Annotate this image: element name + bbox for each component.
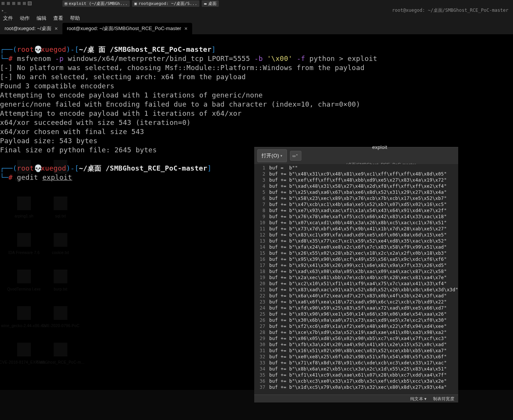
task-square-active — [28, 2, 31, 5]
close-icon[interactable]: ✕ — [54, 26, 58, 31]
output-line: [-] No arch selected, selecting arch: x6… — [0, 73, 246, 81]
output-line: [-] No platform was selected, choosing M… — [0, 64, 365, 72]
tab-width-label[interactable]: 制表符宽度 — [433, 394, 455, 403]
terminal-tab-bar[interactable]: root@xuegod: ~/桌面✕ root@xuegod: ~/桌面/SMB… — [0, 23, 513, 34]
chevron-down-icon: ▾ — [280, 151, 282, 160]
new-doc-icon: ▭⁺ — [293, 151, 298, 160]
terminal-body[interactable]: ┌──(root💀xuegod)-[~/桌 面 /SMBGhost_RCE_Po… — [0, 34, 513, 390]
gedit-header: 打开(O)▾ ▭⁺ exploit ~/桌面/SMBGhost_RCE_PoC-… — [254, 147, 458, 164]
terminal-tab[interactable]: root@xuegod: ~/桌面✕ — [0, 23, 62, 34]
syntax-mode[interactable]: 纯文本 ▾ — [410, 394, 427, 403]
output-line: Final size of python file: 2645 bytes — [0, 146, 157, 154]
task-square — [12, 2, 15, 5]
output-line: Attempting to encode payload with 1 iter… — [0, 109, 242, 117]
prompt-user: root — [17, 45, 34, 53]
menu-view[interactable]: 查看 — [53, 15, 63, 22]
close-icon[interactable]: ✕ — [184, 26, 188, 31]
menu-edit[interactable]: 编辑 — [37, 15, 46, 22]
output-line: Attempting to encode payload with 1 iter… — [0, 91, 263, 99]
open-button[interactable]: 打开(O)▾ — [257, 149, 287, 162]
terminal-icon: ▣ — [134, 1, 137, 6]
cmd-msfvenom: msfvenom — [17, 54, 51, 62]
task-square — [7, 2, 10, 5]
task-square — [23, 2, 26, 5]
output-line: generic/none failed with Encoding failed… — [0, 100, 360, 108]
window-title: root@xuegod: ~/桌面/SMBGhost_RCE_PoC-maste… — [392, 7, 511, 14]
new-tab-button[interactable]: ▭⁺ — [290, 151, 301, 161]
os-taskbar[interactable]: ▤exploit (~/桌面/SMBGh... ▣root@xuegod: ~/… — [0, 0, 513, 7]
gedit-window[interactable]: 打开(O)▾ ▭⁺ exploit ~/桌面/SMBGhost_RCE_PoC-… — [254, 147, 458, 402]
output-line: x64/xor chosen with final size 543 — [0, 128, 144, 136]
terminal-menu-bar[interactable]: 文件 动作 编辑 查看 帮助 — [0, 14, 513, 23]
skull-icon: 💀 — [34, 45, 41, 54]
skull-icon: 💀 — [34, 164, 41, 173]
gedit-arg: exploit — [42, 173, 72, 181]
menu-file[interactable]: 文件 — [3, 15, 13, 22]
folder-icon: ▬ — [204, 1, 207, 6]
taskbar-app-terminal[interactable]: ▣root@xuegod: ~/桌面/S... — [132, 0, 199, 7]
cmd-gedit: gedit — [17, 173, 38, 181]
code-content[interactable]: buf = b"" buf += b"\x48\x31\xc9\x48\x81\… — [267, 164, 458, 394]
output-line: x64/xor succeeded with size 543 (iterati… — [0, 118, 191, 126]
terminal-title-bar: ▸_ root@xuegod: ~/桌面/SMBGhost_RCE_PoC-ma… — [0, 7, 513, 14]
terminal-tab-active[interactable]: root@xuegod: ~/桌面/SMBGhost_RCE_PoC-maste… — [62, 23, 192, 34]
prompt-path: ~/桌 面 /SMBGhost_RCE_PoC-master — [79, 45, 211, 53]
output-line: Payload size: 543 bytes — [0, 137, 97, 145]
prompt-indicator-icon: ▸_ — [2, 8, 7, 13]
taskbar-app-gedit[interactable]: ▤exploit (~/桌面/SMBGh... — [62, 0, 130, 7]
desktop-icons-ghosted: Kali Linux(4c98c9c7-...)arping1.shsql.tx… — [7, 160, 78, 377]
output-line: Found 3 compatible encoders — [0, 82, 115, 90]
menu-help[interactable]: 帮助 — [70, 15, 80, 22]
task-square — [2, 2, 5, 5]
menu-action[interactable]: 动作 — [20, 15, 30, 22]
gedit-status-bar: 纯文本 ▾ 制表符宽度 — [254, 394, 458, 402]
line-numbers: 1 2 3 4 5 6 7 8 9 10 11 12 13 14 15 16 1… — [254, 164, 267, 394]
prompt-host: xuegod — [41, 45, 66, 53]
task-square — [18, 2, 21, 5]
doc-icon: ▤ — [65, 1, 67, 6]
gedit-body[interactable]: 1 2 3 4 5 6 7 8 9 10 11 12 13 14 15 16 1… — [254, 164, 458, 394]
taskbar-app-desktop[interactable]: ▬桌面 — [202, 0, 219, 7]
